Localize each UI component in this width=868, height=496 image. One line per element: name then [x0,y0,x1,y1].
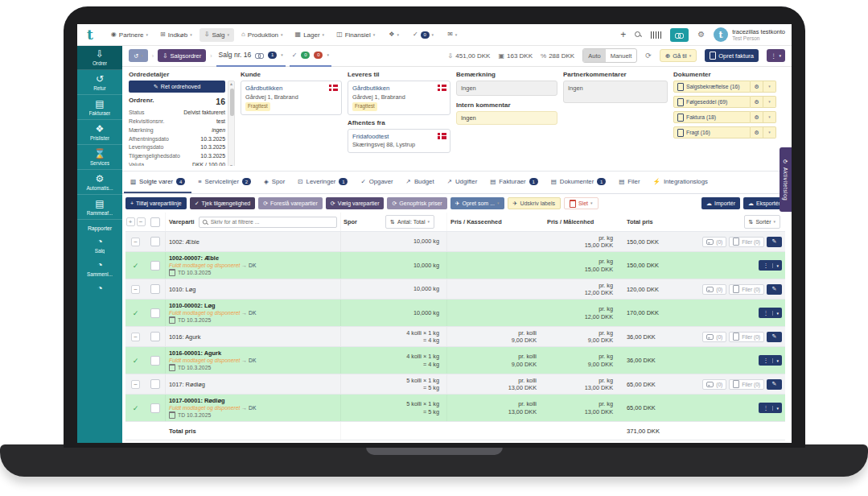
vareparti-link[interactable]: 1017: Rødløg [169,381,337,388]
genopfrisk-priser-button[interactable]: ⟳Genopfrisk priser [387,197,446,209]
chevron-down-icon[interactable]: ▾ [281,53,283,57]
collapse-all-button[interactable]: − [137,217,146,226]
ret-ordrehoved-button[interactable]: ✎Ret ordrehoved [129,81,225,93]
dokument-dropdown-button[interactable]: ▾ [763,81,776,93]
nav-item-indkøb[interactable]: ⊞Indkøb▾ [155,28,197,42]
row-checkbox[interactable] [150,237,160,246]
kunde-link[interactable]: Gårdbutikken [245,85,330,93]
intern-kommentar-field[interactable]: Ingen [456,111,557,125]
row-checkbox[interactable] [150,332,160,341]
sidebar-item-ordrer[interactable]: ⇩Ordrer [77,45,122,70]
vareparti-link[interactable]: 1017-00001: Rødløg [169,397,337,404]
tilføj-varepartilinje-button[interactable]: +Tilføj varepartilinje [125,197,187,209]
nav-item-finansiel[interactable]: ◫Finansiel▾ [331,28,380,42]
nav-item-salg[interactable]: ⇩Salg▾ [200,28,234,42]
toggle-auto[interactable]: Auto [583,49,605,62]
tasks-menu[interactable]: ✓0▾ [408,28,438,42]
tab-spor[interactable]: ◈Spor [257,172,291,193]
dokument-button[interactable]: Salgsbekræftelse (16) [673,81,751,93]
vareparti-link[interactable]: 1002-00007: Æble [169,254,337,262]
nav-item-partnere[interactable]: ◉Partnere▾ [106,28,153,42]
sidebar-item-automatis[interactable]: ⚙Automatis... [77,170,122,195]
breadcrumb-salgsordrer[interactable]: ⇩Salgsordrer [158,49,206,62]
bemaerkning-field[interactable]: Ingen [456,81,557,96]
tab-udgifter[interactable]: ↗Udgifter [441,172,484,193]
collapse-row-button[interactable]: − [131,285,140,294]
collapse-row-button[interactable]: − [131,333,140,341]
integrations-menu[interactable]: ❖▾ [384,28,404,41]
antal-filter-dropdown[interactable]: ⇅Antal: Total▾ [385,215,434,229]
lot-menu-button[interactable]: ⋮▾ [759,260,782,271]
row-checkbox[interactable] [150,356,160,366]
vareparti-link[interactable]: 1010: Løg [169,286,337,293]
row-edit-button[interactable]: ✎ [767,284,782,295]
details-scrollbar[interactable]: ▲ ▼ [228,81,235,166]
dokument-settings-button[interactable]: ⚙ [751,96,763,108]
vareparti-link[interactable]: 1002: Æble [169,238,337,246]
settings-gear-icon[interactable]: ⚙ [697,31,705,39]
dokument-button[interactable]: Følgeseddel (69) [673,96,751,108]
tab-integrationslogs[interactable]: ⚡Integrationslogs [647,172,714,193]
sidebar-item-prislister[interactable]: ❖Prislister [77,120,122,145]
lot-menu-button[interactable]: ⋮▾ [759,308,782,318]
row-comments-button[interactable]: (0) [702,237,726,247]
select-all-checkbox[interactable] [150,217,160,227]
collapse-row-button[interactable]: − [131,380,140,389]
row-comments-button[interactable]: (0) [702,332,726,342]
tab-servicelinjer[interactable]: ≡Servicelinjer2 [191,172,257,193]
link-icon[interactable] [255,52,264,58]
afhentes-fra-link[interactable]: Fridafoodtest [352,133,438,142]
expand-all-button[interactable]: + [126,217,135,226]
sort-dropdown[interactable]: ⇅Sortér▾ [744,215,780,229]
barcode-icon[interactable] [651,31,661,39]
row-filer-button[interactable]: Filer (0) [729,284,764,295]
scroll-up-icon[interactable]: ▲ [229,81,233,86]
messages-menu[interactable]: ✉▾ [442,28,462,41]
refresh-icon[interactable]: ⟳ [645,52,652,60]
nav-item-produktion[interactable]: ⌂Produktion▾ [237,28,288,42]
add-icon[interactable]: + [620,30,626,39]
toggle-manuelt[interactable]: Manuelt [606,49,637,62]
scrollbar-thumb[interactable] [230,89,234,116]
import-r-button[interactable]: ☁Importér [701,197,740,209]
dokument-dropdown-button[interactable]: ▾ [763,111,776,123]
tab-fakturaer[interactable]: ▤Fakturaer1 [483,172,544,193]
row-filer-button[interactable]: Filer (0) [729,332,764,342]
dokument-settings-button[interactable]: ⚙ [751,126,763,138]
row-edit-button[interactable]: ✎ [767,237,782,247]
row-checkbox[interactable] [150,261,160,271]
tab-filer[interactable]: ▤Filer [612,172,646,193]
dokument-settings-button[interactable]: ⚙ [751,111,763,123]
account-menu[interactable]: t tracezillas testkonto Test Person [714,27,785,42]
tracezilla-logo[interactable]: t [87,28,93,42]
tab-leveringer[interactable]: ⊡Leveringer1 [291,172,354,193]
dokument-dropdown-button[interactable]: ▾ [763,96,776,108]
tab-opgaver[interactable]: ✓Opgaver [354,172,399,193]
row-comments-button[interactable]: (0) [702,379,726,390]
history-button[interactable]: ↺▾ [129,49,148,62]
row-checkbox[interactable] [150,403,160,413]
row-comments-button[interactable]: (0) [702,284,726,295]
dokument-settings-button[interactable]: ⚙ [751,81,763,93]
sidebar-item-fakturaer[interactable]: ▤Fakturaer [77,95,122,120]
more-actions-button[interactable]: ⋮▾ [767,49,785,62]
row-checkbox[interactable] [150,379,160,389]
gaa-til-button[interactable]: ⊕Gå til▾ [660,49,697,62]
sidebar-item-services[interactable]: ⌛Services [77,145,122,170]
partnerkommentarer-field[interactable]: Ingen [563,81,668,103]
lot-menu-button[interactable]: ⋮▾ [759,355,782,366]
collapse-row-button[interactable]: − [131,238,140,246]
foreslå-varepartier-button[interactable]: ⟳Foreslå varepartier [258,197,323,209]
opret-faktura-button[interactable]: Opret faktura [705,49,759,62]
tjek-tilgængelighed-button[interactable]: ✓Tjek tilgængelighed [190,197,256,209]
scroll-down-icon[interactable]: ▼ [229,163,233,166]
nav-item-lager[interactable]: ▦Lager▾ [290,28,330,42]
vælg-varepartier-button[interactable]: ⟳Vælg varepartier [326,197,385,209]
filter-search-input[interactable] [199,217,337,228]
sidebar-item-rammeaf[interactable]: ▤Rammeaf... [77,195,122,220]
vareparti-link[interactable]: 1010-00002: Løg [169,302,337,309]
dokument-dropdown-button[interactable]: ▾ [763,126,776,138]
dokument-button[interactable]: Fragt (16) [673,126,751,138]
slet-button[interactable]: Slet▾ [564,197,599,209]
opret-som-button[interactable]: ✈Opret som ...▾ [450,197,504,209]
